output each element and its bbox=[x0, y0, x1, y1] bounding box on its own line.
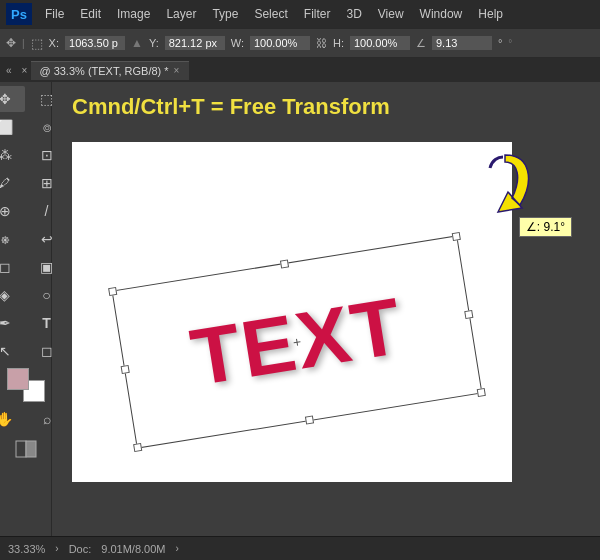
y-value[interactable]: 821.12 px bbox=[165, 36, 225, 50]
menu-edit[interactable]: Edit bbox=[73, 5, 108, 23]
triangle-icon: ▲ bbox=[131, 36, 143, 50]
move-tool-btn[interactable]: ✥ bbox=[0, 86, 25, 112]
angle-value[interactable]: 9.13 bbox=[432, 36, 492, 50]
h-label: H: bbox=[333, 37, 344, 49]
link-icon[interactable]: ⛓ bbox=[316, 37, 327, 49]
ps-logo: Ps bbox=[6, 3, 32, 25]
handle-top-left[interactable] bbox=[108, 287, 117, 296]
h-value[interactable]: 100.00% bbox=[350, 36, 410, 50]
tab-close-button[interactable]: × bbox=[174, 65, 180, 76]
healing-btn[interactable]: ⊕ bbox=[0, 198, 25, 224]
options-sep1: | bbox=[22, 38, 25, 49]
panel-collapse-button[interactable]: « bbox=[0, 65, 18, 76]
menu-file[interactable]: File bbox=[38, 5, 71, 23]
doc-value: 9.01M/8.00M bbox=[101, 543, 165, 555]
handle-bottom-left[interactable] bbox=[133, 443, 142, 452]
eyedropper-btn[interactable]: 🖍 bbox=[0, 170, 25, 196]
status-bar: 33.33% › Doc: 9.01M/8.00M › bbox=[0, 536, 600, 560]
tab-bar: « × @ 33.3% (TEXT, RGB/8) * × bbox=[0, 58, 600, 82]
degree-sym: ° bbox=[498, 37, 502, 49]
menu-3d[interactable]: 3D bbox=[339, 5, 368, 23]
options-bar: ✥ | ⬚ X: 1063.50 p ▲ Y: 821.12 px W: 100… bbox=[0, 28, 600, 58]
tab-label: @ 33.3% (TEXT, RGB/8) * bbox=[39, 65, 168, 77]
foreground-color-swatch[interactable] bbox=[7, 368, 29, 390]
color-swatch-area[interactable] bbox=[7, 368, 45, 402]
menu-type[interactable]: Type bbox=[205, 5, 245, 23]
handle-middle-right[interactable] bbox=[464, 310, 473, 319]
eraser-btn[interactable]: ◻ bbox=[0, 254, 25, 280]
svg-rect-0 bbox=[16, 441, 26, 457]
handle-bottom-right[interactable] bbox=[477, 388, 486, 397]
left-toolbar: ✥ ⬚ ⬜ ⌾ ⁂ ⊡ 🖍 ⊞ ⊕ / ⎈ ↩ ◻ ▣ ◈ ○ bbox=[0, 82, 52, 536]
canvas-area: Cmnd/Ctrl+T = Free Transform + bbox=[52, 82, 600, 536]
quick-mask-btn[interactable] bbox=[6, 436, 46, 462]
white-canvas: + TEXT bbox=[72, 142, 512, 482]
hand-btn[interactable]: ✋ bbox=[0, 406, 25, 432]
menu-window[interactable]: Window bbox=[413, 5, 470, 23]
transform-container: + TEXT bbox=[112, 235, 483, 448]
angle-icon: ∠ bbox=[416, 37, 426, 50]
active-tab[interactable]: @ 33.3% (TEXT, RGB/8) * × bbox=[31, 61, 189, 80]
status-arrow[interactable]: › bbox=[55, 543, 58, 554]
handle-bottom-middle[interactable] bbox=[305, 415, 314, 424]
menu-layer[interactable]: Layer bbox=[159, 5, 203, 23]
menu-filter[interactable]: Filter bbox=[297, 5, 338, 23]
rect-marquee-btn[interactable]: ⬜ bbox=[0, 114, 25, 140]
x-label: X: bbox=[49, 37, 59, 49]
menu-select[interactable]: Select bbox=[247, 5, 294, 23]
work-area: ✥ ⬚ ⬜ ⌾ ⁂ ⊡ 🖍 ⊞ ⊕ / ⎈ ↩ ◻ ▣ ◈ ○ bbox=[0, 82, 600, 536]
quick-select-btn[interactable]: ⁂ bbox=[0, 142, 25, 168]
move-tool-icon: ✥ bbox=[6, 36, 16, 50]
w-value[interactable]: 100.00% bbox=[250, 36, 310, 50]
instruction-text: Cmnd/Ctrl+T = Free Transform bbox=[72, 94, 390, 120]
menu-image[interactable]: Image bbox=[110, 5, 157, 23]
tab-close-x[interactable]: × bbox=[18, 65, 32, 76]
handle-top-middle[interactable] bbox=[280, 259, 289, 268]
x-value[interactable]: 1063.50 p bbox=[65, 36, 125, 50]
path-select-btn[interactable]: ↖ bbox=[0, 338, 25, 364]
doc-expand-arrow[interactable]: › bbox=[175, 543, 178, 554]
angle-tooltip: ∠: 9.1° bbox=[519, 217, 572, 237]
menu-view[interactable]: View bbox=[371, 5, 411, 23]
blur-btn[interactable]: ◈ bbox=[0, 282, 25, 308]
handle-middle-left[interactable] bbox=[121, 365, 130, 374]
menu-bar: Ps File Edit Image Layer Type Select Fil… bbox=[0, 0, 600, 28]
y-label: Y: bbox=[149, 37, 159, 49]
svg-rect-1 bbox=[26, 441, 36, 457]
pen-btn[interactable]: ✒ bbox=[0, 310, 25, 336]
zoom-level: 33.33% bbox=[8, 543, 45, 555]
doc-label: Doc: bbox=[69, 543, 92, 555]
options-sep2: ° bbox=[508, 38, 512, 49]
clone-btn[interactable]: ⎈ bbox=[0, 226, 25, 252]
menu-help[interactable]: Help bbox=[471, 5, 510, 23]
transform-icon: ⬚ bbox=[31, 36, 43, 51]
w-label: W: bbox=[231, 37, 244, 49]
